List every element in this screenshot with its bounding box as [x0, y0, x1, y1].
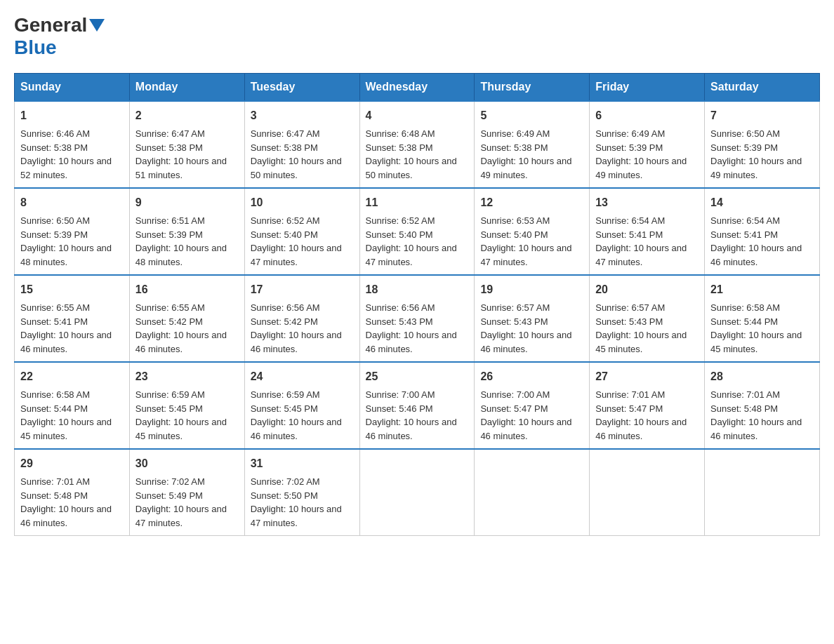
sunrise-text: Sunrise: 6:46 AM	[20, 128, 90, 139]
sunrise-text: Sunrise: 6:53 AM	[480, 215, 550, 226]
sunset-text: Sunset: 5:46 PM	[366, 403, 433, 414]
daylight-text: Daylight: 10 hours and 45 minutes.	[710, 330, 802, 354]
calendar-cell-10: 10Sunrise: 6:52 AMSunset: 5:40 PMDayligh…	[244, 188, 359, 275]
sunset-text: Sunset: 5:40 PM	[480, 229, 548, 240]
day-number: 18	[366, 281, 469, 298]
calendar-cell-19: 19Sunrise: 6:57 AMSunset: 5:43 PMDayligh…	[475, 275, 590, 362]
daylight-text: Daylight: 10 hours and 46 minutes.	[251, 417, 342, 441]
daylight-text: Daylight: 10 hours and 47 minutes.	[480, 243, 571, 267]
daylight-text: Daylight: 10 hours and 46 minutes.	[595, 417, 687, 441]
sunrise-text: Sunrise: 6:58 AM	[710, 302, 780, 313]
sunset-text: Sunset: 5:43 PM	[480, 316, 548, 327]
day-number: 30	[135, 455, 239, 472]
calendar-cell-1: 1Sunrise: 6:46 AMSunset: 5:38 PMDaylight…	[15, 101, 130, 188]
sunset-text: Sunset: 5:44 PM	[20, 403, 88, 414]
sunrise-text: Sunrise: 6:47 AM	[251, 128, 320, 139]
sunrise-text: Sunrise: 7:01 AM	[710, 389, 780, 400]
sunset-text: Sunset: 5:38 PM	[135, 142, 203, 153]
calendar-cell-empty	[475, 449, 590, 536]
day-number: 2	[135, 107, 239, 124]
calendar-cell-7: 7Sunrise: 6:50 AMSunset: 5:39 PMDaylight…	[705, 101, 820, 188]
sunrise-text: Sunrise: 6:54 AM	[710, 215, 780, 226]
calendar-table: SundayMondayTuesdayWednesdayThursdayFrid…	[14, 73, 820, 536]
calendar-cell-18: 18Sunrise: 6:56 AMSunset: 5:43 PMDayligh…	[359, 275, 475, 362]
sunrise-text: Sunrise: 6:51 AM	[135, 215, 205, 226]
day-number: 12	[480, 194, 583, 211]
day-number: 9	[135, 194, 239, 211]
calendar-cell-4: 4Sunrise: 6:48 AMSunset: 5:38 PMDaylight…	[359, 101, 475, 188]
sunset-text: Sunset: 5:47 PM	[595, 403, 663, 414]
week-row-3: 15Sunrise: 6:55 AMSunset: 5:41 PMDayligh…	[15, 275, 820, 362]
daylight-text: Daylight: 10 hours and 45 minutes.	[595, 330, 687, 354]
calendar-cell-22: 22Sunrise: 6:58 AMSunset: 5:44 PMDayligh…	[15, 362, 130, 449]
sunset-text: Sunset: 5:43 PM	[595, 316, 663, 327]
logo: General Blue	[14, 14, 105, 59]
sunset-text: Sunset: 5:39 PM	[710, 142, 778, 153]
calendar-cell-21: 21Sunrise: 6:58 AMSunset: 5:44 PMDayligh…	[705, 275, 820, 362]
logo-blue-text: Blue	[14, 36, 57, 58]
logo-general-text: General	[14, 14, 87, 36]
daylight-text: Daylight: 10 hours and 48 minutes.	[135, 243, 227, 267]
sunset-text: Sunset: 5:44 PM	[710, 316, 778, 327]
sunset-text: Sunset: 5:43 PM	[366, 316, 433, 327]
calendar-cell-23: 23Sunrise: 6:59 AMSunset: 5:45 PMDayligh…	[129, 362, 244, 449]
day-number: 6	[595, 107, 699, 124]
day-number: 28	[710, 368, 814, 385]
daylight-text: Daylight: 10 hours and 46 minutes.	[251, 330, 342, 354]
sunrise-text: Sunrise: 7:00 AM	[366, 389, 435, 400]
sunrise-text: Sunrise: 6:52 AM	[366, 215, 435, 226]
sunset-text: Sunset: 5:49 PM	[135, 490, 203, 501]
sunset-text: Sunset: 5:41 PM	[710, 229, 778, 240]
day-number: 3	[251, 107, 354, 124]
daylight-text: Daylight: 10 hours and 47 minutes.	[595, 243, 687, 267]
sunrise-text: Sunrise: 6:56 AM	[366, 302, 435, 313]
daylight-text: Daylight: 10 hours and 46 minutes.	[710, 243, 802, 267]
calendar-cell-5: 5Sunrise: 6:49 AMSunset: 5:38 PMDaylight…	[475, 101, 590, 188]
sunset-text: Sunset: 5:50 PM	[251, 490, 318, 501]
daylight-text: Daylight: 10 hours and 45 minutes.	[135, 417, 227, 441]
day-number: 20	[595, 281, 699, 298]
sunset-text: Sunset: 5:41 PM	[20, 316, 88, 327]
day-header-friday: Friday	[590, 74, 705, 102]
calendar-cell-28: 28Sunrise: 7:01 AMSunset: 5:48 PMDayligh…	[705, 362, 820, 449]
daylight-text: Daylight: 10 hours and 46 minutes.	[710, 417, 802, 441]
day-number: 7	[710, 107, 814, 124]
calendar-cell-13: 13Sunrise: 6:54 AMSunset: 5:41 PMDayligh…	[590, 188, 705, 275]
calendar-cell-12: 12Sunrise: 6:53 AMSunset: 5:40 PMDayligh…	[475, 188, 590, 275]
calendar-cell-2: 2Sunrise: 6:47 AMSunset: 5:38 PMDaylight…	[129, 101, 244, 188]
sunset-text: Sunset: 5:45 PM	[251, 403, 318, 414]
sunset-text: Sunset: 5:38 PM	[480, 142, 548, 153]
daylight-text: Daylight: 10 hours and 49 minutes.	[595, 156, 687, 180]
calendar-cell-empty	[705, 449, 820, 536]
calendar-cell-8: 8Sunrise: 6:50 AMSunset: 5:39 PMDaylight…	[15, 188, 130, 275]
sunrise-text: Sunrise: 6:55 AM	[135, 302, 205, 313]
sunrise-text: Sunrise: 6:52 AM	[251, 215, 320, 226]
calendar-cell-29: 29Sunrise: 7:01 AMSunset: 5:48 PMDayligh…	[15, 449, 130, 536]
sunrise-text: Sunrise: 7:01 AM	[595, 389, 665, 400]
calendar-cell-31: 31Sunrise: 7:02 AMSunset: 5:50 PMDayligh…	[244, 449, 359, 536]
week-row-5: 29Sunrise: 7:01 AMSunset: 5:48 PMDayligh…	[15, 449, 820, 536]
sunset-text: Sunset: 5:48 PM	[710, 403, 778, 414]
day-number: 4	[366, 107, 469, 124]
sunset-text: Sunset: 5:48 PM	[20, 490, 88, 501]
day-header-wednesday: Wednesday	[359, 74, 475, 102]
calendar-cell-14: 14Sunrise: 6:54 AMSunset: 5:41 PMDayligh…	[705, 188, 820, 275]
calendar-cell-20: 20Sunrise: 6:57 AMSunset: 5:43 PMDayligh…	[590, 275, 705, 362]
sunset-text: Sunset: 5:47 PM	[480, 403, 548, 414]
daylight-text: Daylight: 10 hours and 50 minutes.	[251, 156, 342, 180]
week-row-2: 8Sunrise: 6:50 AMSunset: 5:39 PMDaylight…	[15, 188, 820, 275]
calendar-cell-16: 16Sunrise: 6:55 AMSunset: 5:42 PMDayligh…	[129, 275, 244, 362]
daylight-text: Daylight: 10 hours and 46 minutes.	[480, 417, 571, 441]
day-number: 22	[20, 368, 124, 385]
day-number: 1	[20, 107, 124, 124]
day-number: 25	[366, 368, 469, 385]
daylight-text: Daylight: 10 hours and 47 minutes.	[251, 243, 342, 267]
daylight-text: Daylight: 10 hours and 46 minutes.	[480, 330, 571, 354]
calendar-header-row: SundayMondayTuesdayWednesdayThursdayFrid…	[15, 74, 820, 102]
day-number: 15	[20, 281, 124, 298]
day-number: 14	[710, 194, 814, 211]
daylight-text: Daylight: 10 hours and 50 minutes.	[366, 156, 457, 180]
sunrise-text: Sunrise: 6:48 AM	[366, 128, 435, 139]
daylight-text: Daylight: 10 hours and 48 minutes.	[20, 243, 112, 267]
daylight-text: Daylight: 10 hours and 47 minutes.	[366, 243, 457, 267]
